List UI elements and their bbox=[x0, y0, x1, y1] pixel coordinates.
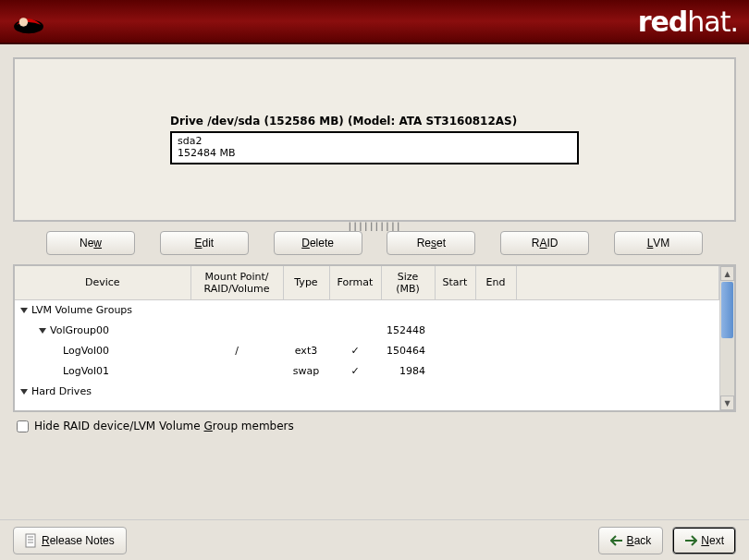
svg-point-1 bbox=[19, 18, 28, 26]
col-start[interactable]: Start bbox=[435, 266, 475, 299]
checkmark-icon: ✓ bbox=[329, 360, 381, 381]
drive-panel: Drive /dev/sda (152586 MB) (Model: ATA S… bbox=[13, 57, 736, 222]
scrollbar[interactable]: ▲ ▼ bbox=[719, 266, 734, 410]
hide-raid-input[interactable] bbox=[17, 420, 29, 432]
document-icon bbox=[25, 533, 38, 548]
table-row[interactable]: LVM Volume Groups bbox=[15, 299, 719, 320]
col-mount[interactable]: Mount Point/RAID/Volume bbox=[190, 266, 283, 299]
scroll-up-icon[interactable]: ▲ bbox=[720, 266, 734, 281]
col-size[interactable]: Size(MB) bbox=[381, 266, 435, 299]
svg-rect-2 bbox=[26, 534, 35, 547]
col-spacer bbox=[516, 266, 719, 299]
release-notes-button[interactable]: Release Notes bbox=[13, 527, 127, 554]
edit-button[interactable]: Edit bbox=[160, 231, 249, 255]
col-format[interactable]: Format bbox=[329, 266, 381, 299]
splitter-grip[interactable]: ┃┃┃┃┃┃┃┃┃┃ bbox=[13, 222, 736, 231]
delete-button[interactable]: Delete bbox=[274, 231, 362, 255]
col-device[interactable]: Device bbox=[15, 266, 190, 299]
partition-table[interactable]: Device Mount Point/RAID/Volume Type Form… bbox=[13, 264, 736, 412]
scrollbar-thumb[interactable] bbox=[721, 282, 733, 338]
table-row[interactable]: LogVol00 / ext3 ✓ 150464 bbox=[15, 340, 719, 360]
col-end[interactable]: End bbox=[475, 266, 516, 299]
raid-button[interactable]: RAID bbox=[500, 231, 589, 255]
next-button[interactable]: Next bbox=[672, 527, 736, 554]
new-button[interactable]: New bbox=[46, 231, 135, 255]
arrow-right-icon bbox=[684, 535, 697, 546]
table-row[interactable]: VolGroup00 152448 bbox=[15, 320, 719, 340]
table-header-row: Device Mount Point/RAID/Volume Type Form… bbox=[15, 266, 719, 299]
table-row[interactable]: Hard Drives bbox=[15, 381, 719, 401]
hide-raid-checkbox[interactable]: Hide RAID device/LVM Volume Group member… bbox=[13, 412, 736, 440]
chevron-down-icon[interactable] bbox=[39, 328, 46, 334]
arrow-left-icon bbox=[610, 535, 623, 546]
footer: Release Notes Back Next bbox=[0, 519, 749, 560]
lvm-button[interactable]: LVM bbox=[614, 231, 703, 255]
col-type[interactable]: Type bbox=[283, 266, 329, 299]
chevron-down-icon[interactable] bbox=[20, 308, 28, 313]
drive-label: Drive /dev/sda (152586 MB) (Model: ATA S… bbox=[170, 115, 579, 128]
back-button[interactable]: Back bbox=[598, 527, 664, 554]
redhat-logo-icon bbox=[11, 7, 46, 35]
header: redhat. bbox=[0, 0, 749, 44]
partition-name: sda2 bbox=[178, 135, 571, 147]
partition-size: 152484 MB bbox=[178, 147, 571, 159]
table-row[interactable]: LogVol01 swap ✓ 1984 bbox=[15, 360, 719, 381]
toolbar: New Edit Delete Reset RAID LVM bbox=[13, 231, 736, 264]
brand-text: redhat. bbox=[638, 6, 738, 38]
reset-button[interactable]: Reset bbox=[387, 231, 475, 255]
scroll-down-icon[interactable]: ▼ bbox=[720, 396, 734, 410]
chevron-down-icon[interactable] bbox=[20, 389, 28, 395]
checkmark-icon: ✓ bbox=[329, 340, 381, 360]
partition-box[interactable]: sda2 152484 MB bbox=[170, 131, 579, 164]
